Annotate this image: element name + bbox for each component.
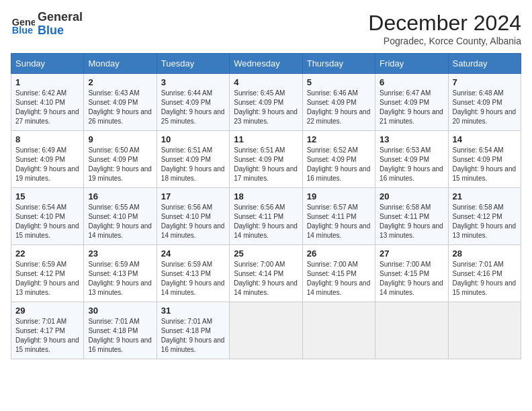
- day-number: 12: [307, 134, 371, 144]
- calendar-cell: 13 Sunrise: 6:53 AM Sunset: 4:09 PM Dayl…: [375, 131, 448, 188]
- day-info: Sunrise: 6:48 AM Sunset: 4:09 PM Dayligh…: [453, 89, 517, 126]
- day-info: Sunrise: 6:59 AM Sunset: 4:13 PM Dayligh…: [161, 260, 225, 298]
- calendar-cell: 12 Sunrise: 6:52 AM Sunset: 4:09 PM Dayl…: [302, 131, 375, 188]
- calendar-cell: 11 Sunrise: 6:51 AM Sunset: 4:09 PM Dayl…: [230, 131, 302, 188]
- day-info: Sunrise: 6:59 AM Sunset: 4:13 PM Dayligh…: [88, 260, 152, 298]
- day-number: 7: [453, 77, 517, 87]
- calendar-cell: 15 Sunrise: 6:54 AM Sunset: 4:10 PM Dayl…: [11, 188, 84, 245]
- day-info: Sunrise: 6:52 AM Sunset: 4:09 PM Dayligh…: [307, 146, 371, 183]
- day-number: 27: [380, 248, 443, 259]
- day-info: Sunrise: 6:54 AM Sunset: 4:10 PM Dayligh…: [15, 203, 79, 240]
- calendar-cell: 4 Sunrise: 6:45 AM Sunset: 4:09 PM Dayli…: [230, 74, 302, 131]
- day-number: 11: [234, 134, 298, 144]
- calendar-cell: 20 Sunrise: 6:58 AM Sunset: 4:11 PM Dayl…: [375, 188, 448, 245]
- day-info: Sunrise: 6:45 AM Sunset: 4:09 PM Dayligh…: [234, 89, 298, 126]
- day-info: Sunrise: 6:44 AM Sunset: 4:09 PM Dayligh…: [161, 89, 225, 126]
- day-info: Sunrise: 6:50 AM Sunset: 4:09 PM Dayligh…: [88, 146, 152, 183]
- day-number: 29: [15, 306, 79, 316]
- day-number: 23: [88, 248, 152, 259]
- day-info: Sunrise: 6:55 AM Sunset: 4:10 PM Dayligh…: [88, 203, 152, 240]
- calendar-cell: 10 Sunrise: 6:51 AM Sunset: 4:09 PM Dayl…: [157, 131, 229, 188]
- calendar-body: 1 Sunrise: 6:42 AM Sunset: 4:10 PM Dayli…: [11, 74, 521, 359]
- calendar-cell: [230, 302, 302, 359]
- day-number: 13: [380, 134, 443, 144]
- logo: General Blue General Blue: [11, 11, 83, 38]
- calendar-week-1: 1 Sunrise: 6:42 AM Sunset: 4:10 PM Dayli…: [11, 74, 521, 131]
- day-number: 4: [234, 77, 298, 87]
- day-info: Sunrise: 7:01 AM Sunset: 4:16 PM Dayligh…: [453, 260, 517, 298]
- day-info: Sunrise: 7:00 AM Sunset: 4:15 PM Dayligh…: [307, 260, 371, 298]
- calendar-cell: [448, 302, 521, 359]
- calendar-cell: [375, 302, 448, 359]
- day-number: 9: [88, 134, 152, 144]
- day-number: 10: [161, 134, 225, 144]
- day-number: 6: [380, 77, 443, 87]
- day-info: Sunrise: 6:58 AM Sunset: 4:11 PM Dayligh…: [380, 203, 443, 240]
- calendar-week-4: 22 Sunrise: 6:59 AM Sunset: 4:12 PM Dayl…: [11, 245, 521, 302]
- calendar-cell: 17 Sunrise: 6:56 AM Sunset: 4:10 PM Dayl…: [157, 188, 229, 245]
- svg-text:Blue: Blue: [12, 25, 33, 36]
- calendar-cell: 26 Sunrise: 7:00 AM Sunset: 4:15 PM Dayl…: [302, 245, 375, 302]
- logo-icon: General Blue: [11, 12, 35, 36]
- calendar-cell: 18 Sunrise: 6:56 AM Sunset: 4:11 PM Dayl…: [230, 188, 302, 245]
- day-info: Sunrise: 6:58 AM Sunset: 4:12 PM Dayligh…: [453, 203, 517, 240]
- calendar-cell: 6 Sunrise: 6:47 AM Sunset: 4:09 PM Dayli…: [375, 74, 448, 131]
- calendar-cell: 2 Sunrise: 6:43 AM Sunset: 4:09 PM Dayli…: [84, 74, 157, 131]
- calendar-week-5: 29 Sunrise: 7:01 AM Sunset: 4:17 PM Dayl…: [11, 302, 521, 359]
- header-row: SundayMondayTuesdayWednesdayThursdayFrid…: [11, 54, 521, 74]
- day-info: Sunrise: 7:00 AM Sunset: 4:14 PM Dayligh…: [234, 260, 298, 298]
- calendar-cell: 8 Sunrise: 6:49 AM Sunset: 4:09 PM Dayli…: [11, 131, 84, 188]
- calendar-cell: 1 Sunrise: 6:42 AM Sunset: 4:10 PM Dayli…: [11, 74, 84, 131]
- day-info: Sunrise: 7:00 AM Sunset: 4:15 PM Dayligh…: [380, 260, 443, 298]
- day-number: 22: [15, 248, 79, 259]
- calendar-cell: 14 Sunrise: 6:54 AM Sunset: 4:09 PM Dayl…: [448, 131, 521, 188]
- day-number: 31: [161, 306, 225, 316]
- day-info: Sunrise: 6:54 AM Sunset: 4:09 PM Dayligh…: [453, 146, 517, 183]
- location: Pogradec, Korce County, Albania: [368, 36, 521, 46]
- header-day-tuesday: Tuesday: [157, 54, 229, 74]
- calendar-week-2: 8 Sunrise: 6:49 AM Sunset: 4:09 PM Dayli…: [11, 131, 521, 188]
- header-day-sunday: Sunday: [11, 54, 84, 74]
- calendar-cell: 19 Sunrise: 6:57 AM Sunset: 4:11 PM Dayl…: [302, 188, 375, 245]
- day-info: Sunrise: 6:46 AM Sunset: 4:09 PM Dayligh…: [307, 89, 371, 126]
- header-day-friday: Friday: [375, 54, 448, 74]
- day-number: 14: [453, 134, 517, 144]
- calendar-header: SundayMondayTuesdayWednesdayThursdayFrid…: [11, 54, 521, 74]
- day-number: 30: [88, 306, 152, 316]
- day-number: 21: [453, 191, 517, 201]
- calendar-cell: 27 Sunrise: 7:00 AM Sunset: 4:15 PM Dayl…: [375, 245, 448, 302]
- day-info: Sunrise: 7:01 AM Sunset: 4:17 PM Dayligh…: [15, 317, 79, 355]
- day-info: Sunrise: 6:47 AM Sunset: 4:09 PM Dayligh…: [380, 89, 443, 126]
- day-number: 8: [15, 134, 79, 144]
- calendar-cell: 3 Sunrise: 6:44 AM Sunset: 4:09 PM Dayli…: [157, 74, 229, 131]
- day-number: 19: [307, 191, 371, 201]
- page-header: General Blue General Blue December 2024 …: [11, 11, 521, 46]
- day-info: Sunrise: 6:51 AM Sunset: 4:09 PM Dayligh…: [161, 146, 225, 183]
- day-number: 16: [88, 191, 152, 201]
- day-number: 17: [161, 191, 225, 201]
- calendar-cell: 25 Sunrise: 7:00 AM Sunset: 4:14 PM Dayl…: [230, 245, 302, 302]
- header-day-saturday: Saturday: [448, 54, 521, 74]
- calendar-cell: 5 Sunrise: 6:46 AM Sunset: 4:09 PM Dayli…: [302, 74, 375, 131]
- calendar-cell: 22 Sunrise: 6:59 AM Sunset: 4:12 PM Dayl…: [11, 245, 84, 302]
- day-info: Sunrise: 6:51 AM Sunset: 4:09 PM Dayligh…: [234, 146, 298, 183]
- day-number: 1: [15, 77, 79, 87]
- calendar-cell: 16 Sunrise: 6:55 AM Sunset: 4:10 PM Dayl…: [84, 188, 157, 245]
- day-number: 20: [380, 191, 443, 201]
- day-number: 15: [15, 191, 79, 201]
- day-info: Sunrise: 6:49 AM Sunset: 4:09 PM Dayligh…: [15, 146, 79, 183]
- day-info: Sunrise: 6:43 AM Sunset: 4:09 PM Dayligh…: [88, 89, 152, 126]
- day-info: Sunrise: 7:01 AM Sunset: 4:18 PM Dayligh…: [161, 317, 225, 355]
- calendar-cell: 23 Sunrise: 6:59 AM Sunset: 4:13 PM Dayl…: [84, 245, 157, 302]
- calendar-cell: 24 Sunrise: 6:59 AM Sunset: 4:13 PM Dayl…: [157, 245, 229, 302]
- day-info: Sunrise: 6:42 AM Sunset: 4:10 PM Dayligh…: [15, 89, 79, 126]
- day-number: 3: [161, 77, 225, 87]
- day-number: 5: [307, 77, 371, 87]
- day-info: Sunrise: 6:57 AM Sunset: 4:11 PM Dayligh…: [307, 203, 371, 240]
- month-title: December 2024: [368, 11, 521, 36]
- day-number: 2: [88, 77, 152, 87]
- day-info: Sunrise: 6:56 AM Sunset: 4:11 PM Dayligh…: [234, 203, 298, 240]
- calendar-cell: 30 Sunrise: 7:01 AM Sunset: 4:18 PM Dayl…: [84, 302, 157, 359]
- header-day-wednesday: Wednesday: [230, 54, 302, 74]
- day-info: Sunrise: 7:01 AM Sunset: 4:18 PM Dayligh…: [88, 317, 152, 355]
